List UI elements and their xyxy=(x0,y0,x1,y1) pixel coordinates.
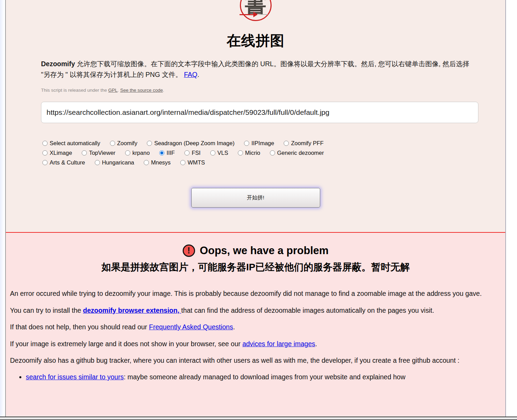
radio-hungaricana[interactable] xyxy=(95,160,100,165)
radio-option-mnesys[interactable]: Mnesys xyxy=(144,159,171,166)
radio-label: Arts & Culture xyxy=(50,159,85,166)
list-item-search-issues: search for issues similar to yours: mayb… xyxy=(26,372,491,382)
radio-krpano[interactable] xyxy=(125,150,130,156)
radio-select-automatically[interactable] xyxy=(42,141,48,146)
radio-arts-culture[interactable] xyxy=(42,160,48,165)
radio-label: FSI xyxy=(192,150,201,156)
browser-extension-link[interactable]: dezoomify browser extension, xyxy=(83,307,181,314)
radio-label: Micrio xyxy=(245,150,260,156)
p3-prefix: If that does not help, then you should r… xyxy=(10,323,149,331)
faq-error-link[interactable]: Frequently Asked Questions xyxy=(149,323,233,331)
radio-generic-dezoomer[interactable] xyxy=(270,150,275,156)
intro-suffix: . xyxy=(197,71,199,78)
dezoomer-row-3: Arts & Culture Hungaricana Mnesys WMTS xyxy=(42,159,485,166)
large-images-advice-link[interactable]: advices for large images xyxy=(242,340,315,348)
p3-suffix: . xyxy=(233,323,235,331)
radio-wmts[interactable] xyxy=(180,160,185,165)
logo-gray-line xyxy=(258,14,268,15)
error-alert-icon: ! xyxy=(183,244,195,257)
radio-xlimage[interactable] xyxy=(42,150,48,156)
radio-label: TopViewer xyxy=(89,150,115,156)
horizontal-scrollbar[interactable] xyxy=(0,417,517,420)
start-dezoomify-button[interactable]: 开始拼! xyxy=(191,188,320,208)
li1-suffix: : maybe someone already managed to downl… xyxy=(124,373,405,381)
license-prefix: This script is released under the xyxy=(41,88,108,93)
book-seal-logo-icon: 書 xyxy=(240,0,272,21)
error-section: ! Oops, we have a problem 如果是拼接故宫图片，可能服务… xyxy=(6,233,505,416)
radio-label: krpano xyxy=(132,150,150,156)
radio-label: Hungaricana xyxy=(102,159,134,166)
p2-prefix: You can try to install the xyxy=(10,307,83,314)
faq-link[interactable]: FAQ xyxy=(184,71,197,78)
radio-label: IIIF xyxy=(166,150,175,156)
error-paragraph-2: You can try to install the dezoomify bro… xyxy=(10,306,491,316)
p4-suffix: . xyxy=(315,340,317,348)
error-suggestions-list: search for issues similar to yours: mayb… xyxy=(10,372,491,382)
radio-option-iiif[interactable]: IIIF xyxy=(159,150,175,156)
radio-topviewer[interactable] xyxy=(82,150,87,156)
radio-label: WMTS xyxy=(187,159,205,166)
p2-suffix: that can find the address of dezoomable … xyxy=(181,307,434,314)
error-title-row: ! Oops, we have a problem xyxy=(6,244,505,257)
license-line: This script is released under the GPL. S… xyxy=(41,88,473,93)
radio-label: Select automatically xyxy=(50,140,100,147)
dezoomer-row-1: Select automatically Zoomify Seadragon (… xyxy=(42,140,485,147)
page-title: 在线拼图 xyxy=(6,32,505,49)
error-paragraph-4: If your image is extremely large and it … xyxy=(10,339,491,349)
radio-label: Mnesys xyxy=(151,159,171,166)
radio-option-vls[interactable]: VLS xyxy=(210,150,228,156)
intro-bold-lead: Dezoomify xyxy=(41,60,75,68)
radio-vls[interactable] xyxy=(210,150,215,156)
search-issues-link[interactable]: search for issues similar to yours xyxy=(26,373,124,381)
dezoomer-row-2: XLimage TopViewer krpano IIIF FSI VLS Mi… xyxy=(42,149,485,156)
dezoomer-selector: Select automatically Zoomify Seadragon (… xyxy=(42,140,485,166)
radio-option-krpano[interactable]: krpano xyxy=(125,150,150,156)
radio-option-arts-culture[interactable]: Arts & Culture xyxy=(42,159,85,166)
error-subtitle-zh: 如果是拼接故宫图片，可能服务器IP已经被他们的服务器屏蔽。暂时无解 xyxy=(6,261,505,273)
radio-option-zoomify[interactable]: Zoomify xyxy=(110,140,138,147)
radio-option-fsi[interactable]: FSI xyxy=(184,150,201,156)
radio-option-select-automatically[interactable]: Select automatically xyxy=(42,140,100,147)
gpl-link[interactable]: GPL xyxy=(108,88,118,93)
radio-label: Generic dezoomer xyxy=(277,150,324,156)
radio-iipimage[interactable] xyxy=(244,141,249,146)
radio-label: XLimage xyxy=(50,150,72,156)
radio-option-generic-dezoomer[interactable]: Generic dezoomer xyxy=(270,150,324,156)
dezoomify-page: 書 在线拼图 Dezoomify 允许您下载可缩放图像。在下面的文本字段中输入此… xyxy=(5,0,506,417)
error-title: Oops, we have a problem xyxy=(200,244,329,257)
p4-prefix: If your image is extremely large and it … xyxy=(10,340,242,348)
radio-zoomify[interactable] xyxy=(110,141,115,146)
source-code-link[interactable]: See the source code xyxy=(120,88,163,93)
image-url-input[interactable] xyxy=(41,102,478,123)
radio-label: Zoomify PFF xyxy=(291,140,323,147)
license-suffix: . xyxy=(163,88,164,93)
license-mid: . xyxy=(118,88,120,93)
radio-option-seadragon[interactable]: Seadragon (Deep Zoom Image) xyxy=(147,140,234,147)
intro-text: 允许您下载可缩放图像。在下面的文本字段中输入此类图像的 URL。图像将以最大分辨… xyxy=(41,60,469,78)
error-paragraph-1: An error occured while trying to dezoomi… xyxy=(10,289,491,299)
radio-option-wmts[interactable]: WMTS xyxy=(180,159,205,166)
radio-label: VLS xyxy=(217,150,228,156)
error-paragraph-5: Dezoomify also has a github bug tracker,… xyxy=(10,356,491,366)
radio-seadragon[interactable] xyxy=(147,141,152,146)
logo-arrow-head-icon xyxy=(253,12,258,17)
radio-option-micrio[interactable]: Micrio xyxy=(238,150,260,156)
radio-option-iipimage[interactable]: IIPImage xyxy=(244,140,274,147)
logo-area: 書 xyxy=(6,0,505,21)
dezoomify-form-section: 書 在线拼图 Dezoomify 允许您下载可缩放图像。在下面的文本字段中输入此… xyxy=(6,0,505,233)
radio-option-topviewer[interactable]: TopViewer xyxy=(82,150,115,156)
radio-option-xlimage[interactable]: XLimage xyxy=(42,150,72,156)
radio-micrio[interactable] xyxy=(238,150,243,156)
radio-option-hungaricana[interactable]: Hungaricana xyxy=(95,159,134,166)
radio-label: Seadragon (Deep Zoom Image) xyxy=(154,140,234,147)
radio-iiif[interactable] xyxy=(159,150,164,156)
radio-label: IIPImage xyxy=(251,140,274,147)
error-paragraph-3: If that does not help, then you should r… xyxy=(10,322,491,332)
radio-zoomify-pff[interactable] xyxy=(284,141,289,146)
radio-fsi[interactable] xyxy=(184,150,190,156)
radio-label: Zoomify xyxy=(117,140,138,147)
intro-paragraph: Dezoomify 允许您下载可缩放图像。在下面的文本字段中输入此类图像的 UR… xyxy=(41,59,473,80)
radio-mnesys[interactable] xyxy=(144,160,149,165)
radio-option-zoomify-pff[interactable]: Zoomify PFF xyxy=(284,140,323,147)
